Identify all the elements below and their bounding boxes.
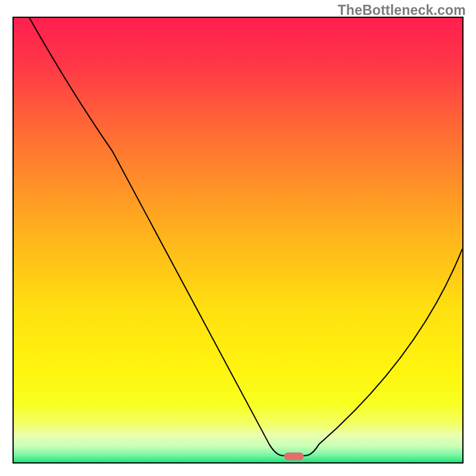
bottleneck-curve — [14, 18, 462, 462]
plot-area — [12, 17, 464, 464]
optimal-marker — [284, 453, 304, 461]
watermark-label: TheBottleneck.com — [337, 2, 466, 18]
chart-container: TheBottleneck.com — [0, 0, 476, 476]
